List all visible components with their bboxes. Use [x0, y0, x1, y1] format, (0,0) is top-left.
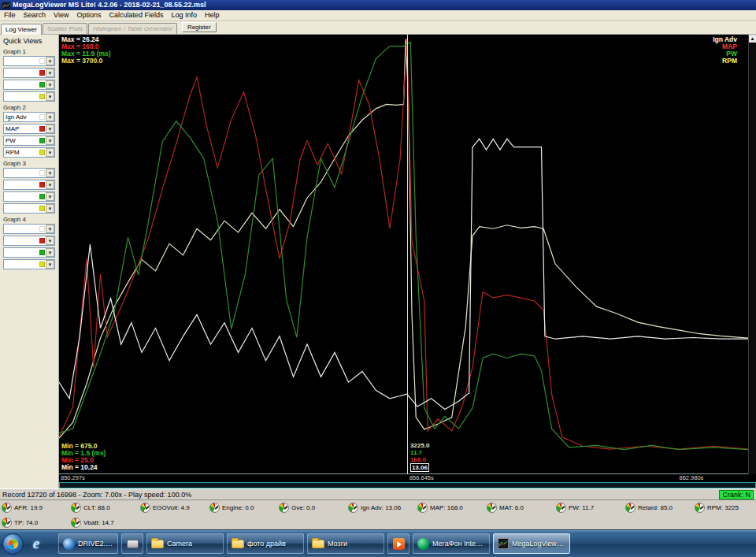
series-combo[interactable]: ▼: [3, 168, 55, 178]
chart-plot-area[interactable]: Max = 26.24Max = 168.0Max = 11.9 (ms)Max…: [59, 35, 748, 474]
cursor-value: 168.0: [410, 456, 429, 463]
series-combo[interactable]: ▼: [3, 91, 55, 102]
gauge-value-label: CLT: 88.0: [83, 504, 110, 511]
gauge-cell: AFR: 19.9: [2, 503, 71, 513]
taskbar-item-mozgi[interactable]: Мозги: [307, 533, 384, 554]
globe-icon: [63, 538, 75, 550]
scroll-up-icon[interactable]: ▲: [749, 35, 756, 43]
menu-item[interactable]: Options: [72, 10, 105, 20]
chevron-down-icon[interactable]: ▼: [46, 80, 54, 89]
chevron-down-icon[interactable]: ▼: [46, 169, 54, 177]
time-label-right: 862.980s: [680, 474, 704, 481]
series-combo[interactable]: ▼: [3, 180, 55, 190]
internet-explorer-icon[interactable]: e: [27, 534, 46, 553]
gauge-cell: PW: 11.7: [556, 503, 625, 513]
chevron-down-icon[interactable]: ▼: [46, 136, 54, 145]
taskbar-item-megafon[interactable]: МегаФон Internet: [413, 533, 490, 554]
series-combo[interactable]: ▼: [3, 80, 55, 90]
series-combo[interactable]: ▼: [3, 224, 55, 234]
series-color-swatch: [39, 250, 45, 255]
chevron-down-icon[interactable]: ▼: [46, 204, 54, 213]
taskbar-item-media-player[interactable]: [387, 533, 410, 554]
title-bar: MegaLogViewer MS Lite! 4.2.06 - 2018-02-…: [0, 0, 756, 10]
chevron-down-icon[interactable]: ▼: [46, 113, 54, 121]
cursor-readout: 3225.011.7168.013.06: [410, 442, 429, 472]
gauge-dial-icon: [625, 503, 636, 513]
taskbar-item-printer[interactable]: [121, 533, 143, 554]
start-button[interactable]: [2, 533, 24, 555]
gauge-cell: CLT: 88.0: [71, 503, 140, 513]
series-color-swatch: [39, 238, 45, 243]
gauge-dial-icon: [556, 503, 566, 513]
menu-bar: FileSearchViewOptionsCalculated FieldsLo…: [0, 10, 756, 21]
taskbar-item-drive2[interactable]: DRIVE2.RU - Goog...: [58, 533, 118, 554]
folder-icon: [232, 540, 244, 548]
taskbar-item-camera[interactable]: Camera: [146, 533, 224, 554]
series-color-swatch: [39, 150, 45, 155]
series-color-swatch: [39, 58, 45, 64]
series-combo[interactable]: ▼: [3, 68, 55, 78]
menu-item[interactable]: View: [50, 10, 72, 20]
gauge-dial-icon: [2, 503, 12, 513]
series-combo[interactable]: MAP ▼: [3, 124, 55, 134]
gauge-cell: RPM: 3225: [695, 503, 754, 513]
series-combo[interactable]: RPM ▼: [3, 147, 55, 158]
series-combo[interactable]: ▼: [3, 247, 55, 258]
chevron-down-icon[interactable]: ▼: [46, 225, 54, 233]
series-color-swatch: [39, 226, 45, 232]
series-color-swatch: [39, 262, 45, 267]
chevron-down-icon[interactable]: ▼: [46, 180, 54, 189]
tab-bar: Log Viewer Scatter Plots Histogram / Tab…: [0, 21, 756, 35]
gauge-dial-icon: [2, 518, 12, 528]
series-combo[interactable]: Ign Adv ▼: [3, 112, 55, 122]
graph-2-group: Graph 2 Ign Adv ▼ MAP ▼: [3, 104, 55, 158]
timeline-scrollbar[interactable]: [59, 482, 756, 488]
chevron-down-icon[interactable]: ▼: [46, 57, 54, 65]
tab-histogram-table-generator: Histogram / Table Generator: [88, 23, 177, 34]
cursor-value: 3225.0: [410, 442, 429, 449]
series-combo-value: PW: [4, 137, 39, 144]
gauge-cell: TP: 74.0: [2, 518, 71, 528]
chevron-down-icon[interactable]: ▼: [46, 69, 54, 77]
series-color-swatch: [39, 138, 45, 143]
min-label: Min = 10.24: [61, 464, 106, 471]
windows-start-icon: [6, 537, 20, 551]
app-icon: [2, 2, 10, 9]
crank-status-badge: Crank: N: [719, 490, 754, 499]
vertical-scrollbar[interactable]: ▲: [748, 35, 756, 474]
menu-item[interactable]: Log Info: [167, 10, 201, 20]
chevron-down-icon[interactable]: ▼: [46, 124, 54, 133]
gauge-value-label: EGOVolt: 4.9: [153, 504, 190, 511]
taskbar-item-megalogviewer[interactable]: MegaLogViewer ...: [493, 533, 570, 554]
taskbar-item-foto-drive[interactable]: фото драйв: [227, 533, 304, 554]
gauge-cell: Gve: 0.0: [279, 503, 348, 513]
series-combo[interactable]: ▼: [3, 203, 55, 214]
chevron-down-icon[interactable]: ▼: [46, 148, 54, 157]
series-combo[interactable]: ▼: [3, 236, 55, 246]
chart-area: Max = 26.24Max = 168.0Max = 11.9 (ms)Max…: [59, 35, 756, 488]
menu-item[interactable]: Search: [20, 10, 50, 20]
menu-item[interactable]: Calculated Fields: [105, 10, 167, 20]
gauge-value-label: MAT: 6.0: [499, 504, 524, 511]
gauge-panel: AFR: 19.9 CLT: 88.0 EGOVolt: 4.9 Engine:…: [0, 499, 756, 529]
gauge-value-label: Vbatt: 14.7: [83, 519, 114, 526]
register-button[interactable]: Register: [182, 22, 217, 32]
gauge-dial-icon: [71, 503, 81, 513]
chevron-down-icon[interactable]: ▼: [46, 236, 54, 245]
chevron-down-icon[interactable]: ▼: [46, 192, 54, 201]
chevron-down-icon[interactable]: ▼: [46, 92, 54, 101]
chart-cursor[interactable]: [407, 35, 408, 474]
tab-log-viewer[interactable]: Log Viewer: [1, 24, 42, 35]
menu-item[interactable]: File: [0, 10, 20, 20]
series-combo[interactable]: ▼: [3, 56, 55, 66]
gauge-value-label: MAP: 168.0: [430, 504, 463, 511]
chart-legend: Ign AdvMAPPWRPM: [713, 36, 737, 65]
chevron-down-icon[interactable]: ▼: [46, 260, 54, 269]
series-combo[interactable]: PW ▼: [3, 136, 55, 146]
series-combo[interactable]: ▼: [3, 191, 55, 202]
gauge-cell: Retard: 85.0: [625, 503, 695, 513]
gauge-value-label: Ign Adv: 13.06: [361, 504, 401, 511]
series-combo[interactable]: ▼: [3, 259, 55, 269]
chevron-down-icon[interactable]: ▼: [46, 248, 54, 257]
menu-item[interactable]: Help: [201, 10, 224, 20]
